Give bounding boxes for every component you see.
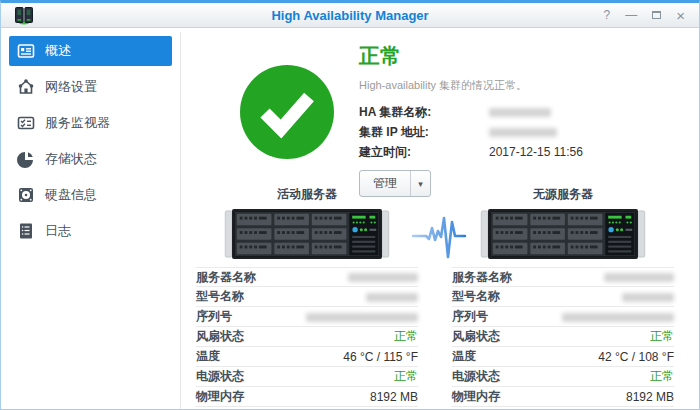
row-label: 电源状态 <box>196 368 244 385</box>
cluster-field-row: 集群 IP 地址: <box>359 122 583 142</box>
row-label: 服务器名称 <box>196 269 256 286</box>
sidebar-item-disk[interactable]: 硬盘信息 <box>9 180 172 210</box>
window-title: High Availability Manager <box>1 8 699 23</box>
maximize-button[interactable] <box>652 9 661 21</box>
minimize-button[interactable]: — <box>625 9 637 21</box>
sidebar-item-storage[interactable]: 存储状态 <box>9 144 172 174</box>
redacted-value <box>348 273 418 282</box>
row-label: 服务器名称 <box>452 269 512 286</box>
sidebar: 概述 网络设置 服务监视器 存储状态 硬盘信息 <box>1 32 181 409</box>
network-icon <box>17 78 35 96</box>
storage-icon <box>17 150 35 168</box>
table-row: 序列号 <box>196 307 418 327</box>
sidebar-item-label: 存储状态 <box>45 150 97 168</box>
table-row: 服务器名称 <box>452 267 674 287</box>
table-row: 风扇状态正常 <box>196 327 418 347</box>
row-value: 正常 <box>650 328 674 345</box>
row-label: 型号名称 <box>452 288 500 305</box>
row-label: 物理内存 <box>452 388 500 405</box>
close-button[interactable]: × <box>676 8 685 23</box>
table-row: 型号名称 <box>196 287 418 307</box>
app-body: 概述 网络设置 服务监视器 存储状态 硬盘信息 <box>1 32 699 409</box>
status-ok-icon <box>240 65 334 159</box>
redacted-value <box>489 108 551 117</box>
status-title: 正常 <box>359 42 583 70</box>
sidebar-item-label: 概述 <box>45 42 71 60</box>
rack-server-image <box>223 209 391 259</box>
disk-icon <box>17 186 35 204</box>
redacted-value <box>622 293 674 302</box>
passive-server-section: 无源服务器 <box>452 186 674 407</box>
row-value <box>306 310 418 324</box>
sidebar-item-label: 服务监视器 <box>45 114 110 132</box>
field-value <box>489 125 557 139</box>
cluster-fields: HA 集群名称: 集群 IP 地址: 建立时间: 2017-12-15 11:5… <box>359 102 583 162</box>
row-label: 型号名称 <box>196 288 244 305</box>
help-button[interactable]: ? <box>604 9 611 21</box>
app-window: High Availability Manager ? — × 概述 网络设置 <box>0 0 700 410</box>
sidebar-item-monitor[interactable]: 服务监视器 <box>9 108 172 138</box>
field-label: 集群 IP 地址: <box>359 124 489 141</box>
row-value <box>348 270 418 284</box>
row-label: 电源状态 <box>452 368 500 385</box>
ha-app-icon <box>14 6 34 25</box>
overview-icon <box>17 42 35 60</box>
sidebar-item-log[interactable]: 日志 <box>9 216 172 246</box>
row-label: 序列号 <box>196 308 232 325</box>
table-row: 风扇状态正常 <box>452 327 674 347</box>
table-row: 电源状态正常 <box>196 367 418 387</box>
table-row: 物理内存8192 MB <box>452 387 674 407</box>
server-info-table: 服务器名称型号名称序列号风扇状态正常温度42 °C / 108 °F电源状态正常… <box>452 267 674 407</box>
field-value: 2017-12-15 11:56 <box>489 145 583 159</box>
server-title: 无源服务器 <box>452 186 674 203</box>
status-description: High-availability 集群的情况正常。 <box>359 78 583 93</box>
row-value: 正常 <box>394 368 418 385</box>
field-label: 建立时间: <box>359 144 489 161</box>
monitor-icon <box>17 114 35 132</box>
server-info-table: 服务器名称型号名称序列号风扇状态正常温度46 °C / 115 °F电源状态正常… <box>196 267 418 407</box>
sidebar-item-label: 硬盘信息 <box>45 186 97 204</box>
cluster-field-row: 建立时间: 2017-12-15 11:56 <box>359 142 583 162</box>
row-value <box>622 290 674 304</box>
cluster-field-row: HA 集群名称: <box>359 102 583 122</box>
row-label: 温度 <box>452 348 476 365</box>
sidebar-item-label: 网络设置 <box>45 78 97 96</box>
sidebar-item-overview[interactable]: 概述 <box>9 36 172 66</box>
table-row: 服务器名称 <box>196 267 418 287</box>
row-label: 物理内存 <box>196 388 244 405</box>
row-label: 风扇状态 <box>452 328 500 345</box>
table-row: 电源状态正常 <box>452 367 674 387</box>
redacted-value <box>306 313 418 322</box>
field-label: HA 集群名称: <box>359 104 489 121</box>
sidebar-item-network[interactable]: 网络设置 <box>9 72 172 102</box>
row-value: 正常 <box>394 328 418 345</box>
row-value: 8192 MB <box>370 390 418 404</box>
window-controls: ? — × <box>604 8 685 23</box>
rack-server-image <box>479 209 647 259</box>
row-label: 温度 <box>196 348 220 365</box>
row-value <box>366 290 418 304</box>
sidebar-item-label: 日志 <box>45 222 71 240</box>
titlebar: High Availability Manager ? — × <box>1 3 699 28</box>
redacted-value <box>562 313 674 322</box>
redacted-value <box>604 273 674 282</box>
field-value <box>489 105 551 119</box>
table-row: 序列号 <box>452 307 674 327</box>
row-value <box>562 310 674 324</box>
row-value: 正常 <box>650 368 674 385</box>
table-row: 温度42 °C / 108 °F <box>452 347 674 367</box>
table-row: 型号名称 <box>452 287 674 307</box>
server-title: 活动服务器 <box>196 186 418 203</box>
row-value <box>604 270 674 284</box>
redacted-value <box>489 128 557 137</box>
table-row: 物理内存8192 MB <box>196 387 418 407</box>
cluster-status-block: 正常 High-availability 集群的情况正常。 HA 集群名称: 集… <box>359 42 583 197</box>
heartbeat-icon <box>411 214 471 266</box>
row-label: 序列号 <box>452 308 488 325</box>
row-value: 8192 MB <box>626 390 674 404</box>
row-value: 46 °C / 115 °F <box>343 350 418 364</box>
maximize-icon <box>652 11 661 19</box>
log-icon <box>17 222 35 240</box>
redacted-value <box>366 293 418 302</box>
active-server-section: 活动服务器 <box>196 186 418 407</box>
